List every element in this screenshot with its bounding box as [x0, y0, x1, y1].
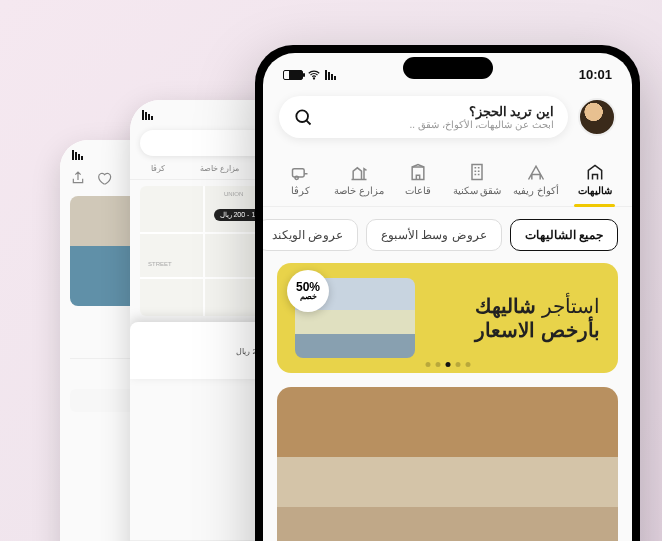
chalet-icon — [585, 162, 605, 182]
cat-item[interactable]: كرڤا — [151, 164, 165, 173]
cabin-icon — [526, 162, 546, 182]
caravan-icon — [290, 162, 310, 182]
filter-pills: جميع الشاليهات عروض وسط الأسبوع عروض الو… — [263, 207, 632, 263]
map-label: UNION — [224, 191, 243, 197]
category-cabins[interactable]: أكواخ ريفيه — [506, 156, 565, 206]
time-label: 10:01 — [579, 67, 612, 82]
promo-banner[interactable]: استأجر شاليهك بأرخص الاسعار 50% خصم — [277, 263, 618, 373]
promo-line-2: بأرخص الاسعار — [425, 318, 600, 342]
pill-midweek[interactable]: عروض وسط الأسبوع — [366, 219, 502, 251]
category-chalets[interactable]: شاليهات — [565, 156, 624, 206]
svg-rect-4 — [472, 165, 482, 180]
category-caravan[interactable]: كرڤا — [271, 156, 330, 206]
search-input[interactable]: اين تريد الحجز؟ ابحث عن شاليهات، الأكواخ… — [279, 96, 568, 138]
category-tabs: شاليهات أكواخ ريفيه شقق سكنية قاعات مزار… — [263, 146, 632, 207]
listing-card[interactable] — [277, 387, 618, 541]
promo-line-1: استأجر شاليهك — [425, 294, 600, 318]
pill-all-chalets[interactable]: جميع الشاليهات — [510, 219, 618, 251]
building-icon — [467, 162, 487, 182]
hall-icon — [408, 162, 428, 182]
discount-badge: 50% خصم — [287, 270, 329, 312]
battery-icon — [283, 70, 303, 80]
cat-item[interactable]: مزارع خاصة — [200, 164, 239, 173]
svg-point-7 — [295, 176, 298, 179]
status-icons — [72, 150, 83, 162]
status-icons — [142, 110, 153, 122]
category-halls[interactable]: قاعات — [389, 156, 448, 206]
heart-icon[interactable] — [96, 170, 112, 186]
pill-weekend[interactable]: عروض الويكند — [263, 219, 358, 251]
phone-front: 10:01 اين تريد الحجز؟ ابحث عن شاليهات، ا… — [255, 45, 640, 541]
category-apartments[interactable]: شقق سكنية — [448, 156, 507, 206]
avatar[interactable] — [578, 98, 616, 136]
search-placeholder: ابحث عن شاليهات، الأكواخ، شقق .. — [321, 119, 554, 130]
farm-icon — [349, 162, 369, 182]
search-icon — [293, 107, 313, 127]
signal-icon — [325, 70, 336, 80]
svg-rect-6 — [293, 169, 305, 177]
wifi-icon — [307, 68, 321, 82]
svg-point-3 — [296, 110, 308, 122]
svg-point-2 — [313, 77, 314, 78]
map-label: STREET — [148, 261, 172, 267]
carousel-dots — [425, 362, 470, 367]
search-title: اين تريد الحجز؟ — [321, 104, 554, 119]
svg-rect-5 — [412, 167, 424, 180]
notch — [403, 57, 493, 79]
category-farms[interactable]: مزارع خاصة — [330, 156, 389, 206]
share-icon[interactable] — [70, 170, 86, 186]
